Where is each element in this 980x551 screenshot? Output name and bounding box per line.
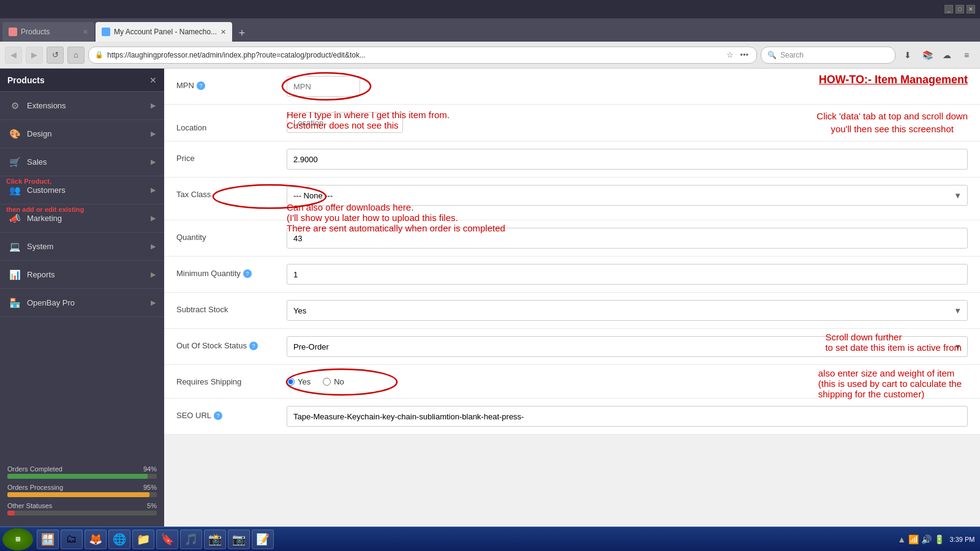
seo-url-input[interactable]	[287, 406, 968, 427]
taskbar-app-2[interactable]: 🦊	[85, 530, 107, 549]
annotation-add-edit: then add or edit existing	[6, 206, 84, 213]
extensions-arrow-icon: ▶	[151, 102, 156, 110]
taskbar-app-0[interactable]: 🪟	[37, 530, 59, 549]
bookmark-star-button[interactable]: ☆	[725, 50, 736, 59]
back-button[interactable]: ◀	[5, 47, 22, 64]
window-controls: _ □ ✕	[944, 5, 975, 13]
taskbar-app-1-icon: 🗂	[66, 533, 77, 545]
taskbar-app-1[interactable]: 🗂	[61, 530, 83, 549]
sidebar-item-openbay[interactable]: 🏪 OpenBay Pro ▶	[0, 289, 164, 317]
taskbar-app-8-icon: 📷	[232, 533, 246, 546]
menu-button[interactable]: ≡	[958, 47, 975, 64]
sidebar-item-system[interactable]: 💻 System ▶	[0, 233, 164, 261]
form-container: MPN ? HOW-TO:	[164, 69, 980, 435]
maximize-button[interactable]: □	[956, 5, 964, 13]
taskbar-app-0-icon: 🪟	[41, 533, 55, 546]
sidebar-item-design-label: Design	[27, 129, 145, 138]
refresh-button[interactable]: ↺	[47, 47, 64, 64]
sidebar-item-customers[interactable]: 👥 Customers ▶ Click Product,	[0, 176, 164, 204]
secure-icon: 🔒	[95, 51, 104, 59]
design-icon: 🎨	[9, 128, 21, 140]
tab-namecheap-close[interactable]: ✕	[221, 28, 226, 36]
stat-completed-bar	[7, 474, 148, 479]
sidebar-item-customers-label: Customers	[27, 186, 145, 195]
sidebar-item-extensions-label: Extensions	[27, 101, 145, 110]
subtract-stock-row: Subtract Stock Yes No ▼	[164, 293, 980, 329]
taskbar-time-text: 3:39 PM	[947, 536, 978, 543]
taskbar-hidden-icons[interactable]: ▲	[897, 534, 906, 544]
howto-instruction1: Click 'data' tab at top and scroll down	[816, 110, 968, 122]
taskbar-battery-icon[interactable]: 🔋	[934, 534, 944, 544]
seo-url-row: SEO URL ?	[164, 399, 980, 435]
location-row: Location Here I type in where I get this…	[164, 105, 980, 141]
taskbar-app-6[interactable]: 🎵	[180, 530, 202, 549]
taskbar-app-9-icon: 📝	[256, 533, 270, 546]
sidebar-item-design[interactable]: 🎨 Design ▶	[0, 120, 164, 148]
close-button[interactable]: ✕	[967, 5, 975, 13]
taskbar-app-3[interactable]: 🌐	[108, 530, 130, 549]
bookmarks-button[interactable]: 📚	[919, 47, 936, 64]
minimize-button[interactable]: _	[944, 5, 953, 13]
min-quantity-label: Minimum Quantity ?	[176, 264, 287, 278]
out-of-stock-row: Out Of Stock Status ? Pre-Order 2-3 Days…	[164, 329, 980, 365]
howto-instruction2: you'll then see this screenshot	[816, 122, 968, 135]
sidebar-item-reports-label: Reports	[27, 270, 145, 279]
min-quantity-input[interactable]	[287, 264, 968, 285]
new-tab-button[interactable]: +	[233, 24, 251, 42]
requires-shipping-yes-radio[interactable]	[287, 378, 295, 386]
taskbar-network-icon[interactable]: 📶	[908, 534, 919, 544]
sidebar-close-icon[interactable]: ✕	[149, 75, 157, 85]
system-icon: 💻	[9, 241, 21, 253]
sidebar-item-openbay-label: OpenBay Pro	[27, 298, 145, 307]
download-button[interactable]: ⬇	[899, 47, 916, 64]
downloads-annotation-text: Can also offer downloads here. (I'll sho…	[287, 202, 505, 233]
sidebar-item-reports[interactable]: 📊 Reports ▶	[0, 261, 164, 289]
design-arrow-icon: ▶	[151, 130, 156, 138]
seo-url-help-icon[interactable]: ?	[214, 411, 222, 420]
annotation-click-product: Click Product,	[6, 178, 51, 185]
forward-button[interactable]: ▶	[26, 47, 43, 64]
taskbar-app-7[interactable]: 📸	[204, 530, 226, 549]
main-area: Products ✕ ⚙ Extensions ▶ 🎨 Design ▶ 🛒 S…	[0, 69, 980, 527]
address-bar[interactable]: 🔒 https://laughingprofessor.net/admin/in…	[88, 47, 757, 64]
sales-icon: 🛒	[9, 156, 21, 168]
sidebar: Products ✕ ⚙ Extensions ▶ 🎨 Design ▶ 🛒 S…	[0, 69, 164, 527]
address-menu-button[interactable]: •••	[738, 50, 750, 59]
taskbar-app-9[interactable]: 📝	[252, 530, 274, 549]
requires-shipping-no-radio[interactable]	[323, 378, 331, 386]
subtract-stock-label: Subtract Stock	[176, 300, 287, 314]
search-icon: 🔍	[767, 51, 777, 59]
sidebar-item-system-label: System	[27, 242, 145, 251]
requires-shipping-no[interactable]: No	[323, 377, 344, 386]
sidebar-item-extensions[interactable]: ⚙ Extensions ▶	[0, 92, 164, 120]
home-button[interactable]: ⌂	[67, 47, 85, 64]
taskbar-volume-icon[interactable]: 🔊	[921, 534, 932, 544]
subtract-stock-select[interactable]: Yes No	[287, 300, 968, 321]
sidebar-item-marketing[interactable]: 📣 Marketing ▶ then add or edit existing	[0, 204, 164, 233]
mpn-input[interactable]	[287, 76, 360, 97]
tab-products[interactable]: Products ✕	[2, 22, 94, 42]
mpn-help-icon[interactable]: ?	[197, 81, 205, 90]
taskbar-app-5[interactable]: 🔖	[156, 530, 178, 549]
sidebar-item-sales[interactable]: 🛒 Sales ▶	[0, 148, 164, 176]
tab-namecheap[interactable]: My Account Panel - Namecho... ✕	[96, 22, 232, 42]
start-button[interactable]: ⊞	[2, 528, 33, 550]
sync-button[interactable]: ☁	[938, 47, 956, 64]
min-quantity-help-icon[interactable]: ?	[243, 269, 252, 278]
requires-shipping-yes[interactable]: Yes	[287, 377, 311, 386]
stat-other-bar	[7, 511, 15, 515]
price-label: Price	[176, 149, 287, 163]
taskbar-app-2-icon: 🦊	[89, 533, 102, 546]
tab-products-close[interactable]: ✕	[83, 28, 88, 36]
taskbar-app-8[interactable]: 📷	[228, 530, 250, 549]
taskbar-app-4[interactable]: 📁	[132, 530, 154, 549]
price-input[interactable]	[287, 149, 968, 170]
requires-shipping-label: Requires Shipping	[176, 372, 287, 386]
extensions-icon: ⚙	[9, 100, 21, 112]
reports-icon: 📊	[9, 269, 21, 281]
search-bar[interactable]: 🔍 Search	[761, 47, 895, 64]
out-of-stock-help-icon[interactable]: ?	[249, 342, 258, 350]
nav-bar: ◀ ▶ ↺ ⌂ 🔒 https://laughingprofessor.net/…	[0, 42, 980, 69]
out-of-stock-label: Out Of Stock Status ?	[176, 336, 287, 350]
min-quantity-row: Minimum Quantity ?	[164, 257, 980, 293]
